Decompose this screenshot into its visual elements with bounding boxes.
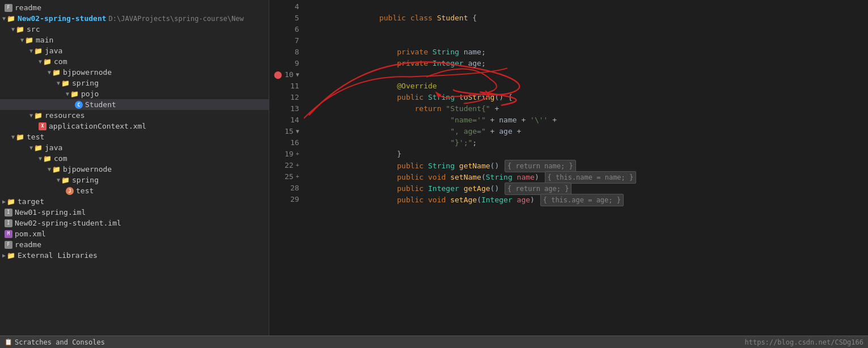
sidebar-item-spring-test[interactable]: 📁 spring [0, 175, 269, 185]
string-literal: "}';" [450, 138, 472, 147]
method-name: getAge [464, 184, 490, 193]
sidebar-item-test-class[interactable]: J test [0, 185, 269, 196]
sidebar-item-label: Student [85, 100, 116, 109]
fold-icon[interactable]: ▼ [296, 69, 299, 80]
line-num-7: 7 [274, 35, 299, 46]
line-num-4: 4 [274, 1, 299, 12]
plain-text [424, 196, 428, 204]
folder-icon: 📁 [16, 133, 24, 141]
fold-icon-15[interactable]: ▼ [296, 126, 299, 137]
chevron-down-icon [39, 58, 42, 65]
iml-icon: I [5, 209, 12, 217]
sidebar-item-src[interactable]: 📁 src [0, 24, 269, 35]
collapsed-block[interactable]: { return age; } [505, 183, 571, 195]
keyword: public [362, 93, 424, 101]
sidebar-item-java[interactable]: 📁 java [0, 45, 269, 56]
fold-icon-25[interactable]: + [296, 171, 299, 183]
method-name: toString [459, 93, 495, 101]
keyword: return [362, 104, 442, 113]
method-name: setAge [450, 196, 477, 204]
sidebar-item-bjpowernode-test[interactable]: 📁 bjpowernode [0, 164, 269, 175]
collapsed-block[interactable]: { return name; } [505, 160, 576, 172]
sidebar-item-label: bjpowernode [63, 68, 112, 77]
xml-icon: X [39, 122, 46, 130]
line-num-13: 13 [274, 103, 299, 114]
sidebar-item-project-root[interactable]: 📁 New02-spring-student D:\JAVAProjects\s… [0, 13, 269, 24]
sidebar-item-java-test[interactable]: 📁 java [0, 142, 269, 153]
chevron-down-icon [11, 26, 15, 32]
sidebar-item-bjpowernode[interactable]: 📁 bjpowernode [0, 67, 269, 78]
plain-text [424, 184, 428, 193]
folder-icon: 📁 [52, 165, 61, 173]
type-name: String [433, 48, 459, 56]
collapsed-block[interactable]: { this.name = name; } [545, 171, 637, 184]
line-num-19: 19 + [274, 148, 299, 160]
sidebar-item-label: readme [15, 240, 41, 249]
line-num-11: 11 [274, 80, 299, 92]
class-icon: C [75, 101, 83, 109]
type-name: String [428, 93, 455, 101]
sidebar-item-new02iml[interactable]: I New02-spring-student.iml [0, 218, 269, 228]
sidebar-item-pom[interactable]: M pom.xml [0, 228, 269, 239]
line-num-5: 5 [274, 12, 299, 24]
method-name: getName [459, 162, 490, 170]
scratches-label[interactable]: Scratches and Consoles [15, 338, 105, 346]
line-num-15: 15 ▼ [274, 126, 299, 137]
param-name: age [517, 196, 530, 204]
sidebar-item-label: test [76, 186, 94, 195]
chevron-right-icon [2, 198, 6, 205]
sidebar-item-main[interactable]: 📁 main [0, 35, 269, 45]
line-num-14: 14 [274, 114, 299, 126]
type-name: Integer [428, 184, 459, 193]
type-name: String [486, 173, 513, 181]
sidebar-item-readme2[interactable]: F readme [0, 239, 269, 250]
sidebar-item-new01iml[interactable]: I New01-spring.iml [0, 207, 269, 218]
sidebar-item-com-test[interactable]: 📁 com [0, 153, 269, 164]
plain-text [428, 59, 433, 67]
sidebar-item-label: main [36, 36, 53, 44]
string-literal: ", age=" [450, 127, 486, 135]
iml-icon: I [5, 219, 12, 227]
plain-text: + age + [486, 127, 522, 135]
line-num-10: ⬤ 10 ▼ [274, 69, 299, 80]
plain-text [362, 116, 451, 124]
sidebar-item-label: applicationContext.xml [49, 122, 146, 130]
fold-icon-22[interactable]: + [296, 160, 299, 171]
sidebar-item-label: External Libraries [18, 251, 98, 260]
sidebar-item-label: spring [72, 79, 99, 87]
keyword: public [362, 196, 424, 204]
sidebar-item-resources[interactable]: 📁 resources [0, 110, 269, 121]
sidebar-item-spring[interactable]: 📁 spring [0, 78, 269, 88]
plain-text [513, 173, 517, 181]
plain-text [424, 93, 428, 101]
sidebar-item-student[interactable]: C Student [0, 99, 269, 110]
sidebar-item-readme[interactable]: F readme [0, 2, 269, 13]
string-literal: '\'' [530, 116, 548, 124]
sidebar-item-test[interactable]: 📁 test [0, 131, 269, 142]
sidebar-item-label: readme [15, 3, 41, 12]
keyword: public [362, 162, 424, 170]
code-line-10: @Override [304, 69, 868, 80]
plain-text: + [490, 104, 499, 113]
line-num-12: 12 [274, 92, 299, 103]
plain-text: () [490, 162, 503, 170]
plain-text: name; [459, 48, 486, 56]
sidebar-item-appcontext[interactable]: X applicationContext.xml [0, 121, 269, 131]
plain-text: () { [494, 93, 512, 101]
folder-icon: 📁 [43, 58, 52, 66]
sidebar-item-external-libs[interactable]: 📁 External Libraries [0, 250, 269, 261]
plain-text [424, 162, 428, 170]
sidebar-item-com[interactable]: 📁 com [0, 56, 269, 67]
plain-text [455, 93, 459, 101]
plain-text: age; [464, 59, 486, 67]
keyword: void [428, 173, 446, 181]
sidebar-item-pojo[interactable]: 📁 pojo [0, 88, 269, 99]
chevron-down-icon [11, 134, 15, 140]
sidebar-item-label: pom.xml [15, 230, 46, 238]
fold-icon-19[interactable]: + [296, 148, 299, 160]
collapsed-block[interactable]: { this.age = age; } [540, 194, 624, 206]
folder-icon: 📁 [25, 36, 33, 44]
plain-text: + name + [486, 116, 530, 124]
sidebar-item-target[interactable]: 📁 target [0, 196, 269, 207]
line-num-8: 8 [274, 46, 299, 58]
